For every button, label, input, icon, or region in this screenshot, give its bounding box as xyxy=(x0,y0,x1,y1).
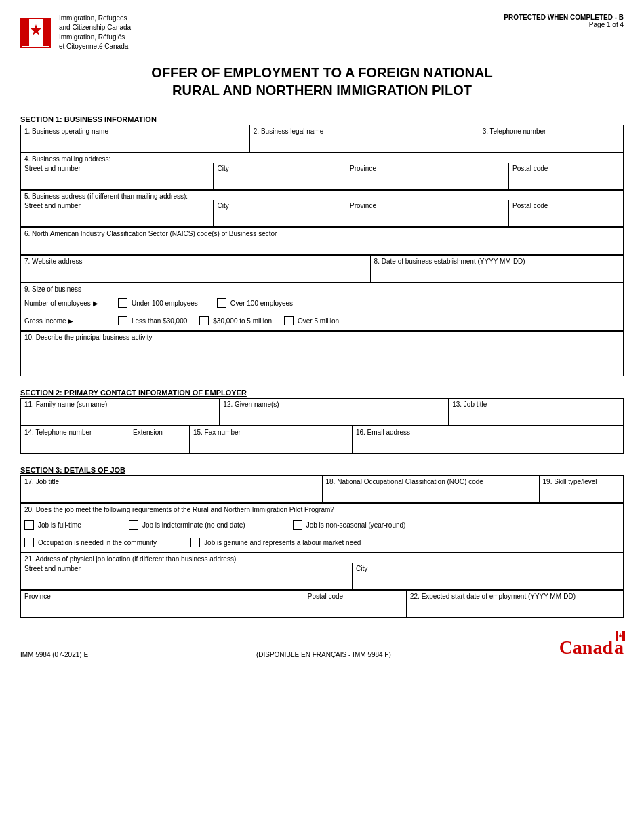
field-16-label: 16. Email address xyxy=(356,429,620,436)
field-4-province-input[interactable] xyxy=(350,172,505,187)
employees-opt1-label: Under 100 employees xyxy=(132,300,198,307)
field-8-input[interactable] xyxy=(374,265,620,280)
field-2-input[interactable] xyxy=(254,135,475,150)
s3-row2-table: 20. Does the job meet the following requ… xyxy=(20,503,624,553)
field-4-street-label: Street and number xyxy=(24,165,209,172)
field-10-input[interactable] xyxy=(24,341,620,374)
field-18-input[interactable] xyxy=(326,485,536,500)
field-7-input[interactable] xyxy=(24,265,367,280)
field-12-input[interactable] xyxy=(223,408,445,423)
gross-opt2-checkbox[interactable] xyxy=(199,316,209,325)
canada-wordmark: Canada xyxy=(559,637,624,658)
field-20-label: 20. Does the job meet the following requ… xyxy=(24,506,620,513)
section3: SECTION 3: DETAILS OF JOB 17. Job title … xyxy=(20,463,624,618)
field-5-postal-input[interactable] xyxy=(512,210,620,224)
s1-row6-table: 9. Size of business Number of employees … xyxy=(20,283,624,331)
gross-label: Gross income ▶ xyxy=(24,317,113,325)
field-4-city-label: City xyxy=(217,165,342,172)
employees-opt2-label: Over 100 employees xyxy=(230,300,293,307)
f20-opt5-checkbox[interactable] xyxy=(190,538,200,547)
field-4-city-input[interactable] xyxy=(217,172,342,187)
gross-opt3-row: Over 5 million xyxy=(284,316,339,325)
s3-row1-table: 17. Job title 18. National Occupational … xyxy=(20,475,624,503)
canada-a-with-flag: a xyxy=(614,637,624,658)
field-21-label: 21. Address of physical job location (if… xyxy=(24,555,620,563)
gross-opt1-row: Less than $30,000 xyxy=(118,316,187,325)
s1-row3-table: 5. Business address (if different than m… xyxy=(20,190,624,227)
field-21-province-label: Province xyxy=(24,593,300,600)
field-17-input[interactable] xyxy=(24,485,319,500)
field-2-cell: 2. Business legal name xyxy=(249,125,479,153)
f20-opt1-checkbox[interactable] xyxy=(24,520,34,530)
f20-opt4-checkbox[interactable] xyxy=(24,538,34,547)
gross-opt2-label: $30,000 to 5 million xyxy=(213,317,272,325)
field-21-city-input[interactable] xyxy=(356,572,620,587)
field-5-province-label: Province xyxy=(350,202,505,210)
field-15-input[interactable] xyxy=(193,436,348,451)
section1-title: SECTION 1: BUSINESS INFORMATION xyxy=(20,113,624,125)
field-3-input[interactable] xyxy=(483,135,620,150)
s3-row3-table: 21. Address of physical job location (if… xyxy=(20,553,624,590)
field-6-input[interactable] xyxy=(24,237,620,252)
canada-wordmark-text: Canad xyxy=(559,637,613,658)
field-4-header-cell: 4. Business mailing address: xyxy=(21,153,624,163)
field-5-street-label: Street and number xyxy=(24,202,209,210)
s3-row4-table: Province Postal code 22. Expected start … xyxy=(20,590,624,618)
f20-opt2-checkbox[interactable] xyxy=(129,520,138,530)
gross-opt3-checkbox[interactable] xyxy=(284,316,294,325)
field-15-label: 15. Fax number xyxy=(193,429,348,436)
field-5-header-cell: 5. Business address (if different than m… xyxy=(21,191,624,201)
field-21-street-input[interactable] xyxy=(24,572,348,587)
field-21-postal-label: Postal code xyxy=(308,593,403,600)
s1-row2-table: 4. Business mailing address: Street and … xyxy=(20,153,624,190)
field-4-postal-input[interactable] xyxy=(512,172,620,187)
employees-opt1-checkbox[interactable] xyxy=(118,298,127,308)
field-21-postal-cell: Postal code xyxy=(304,591,406,618)
field-5-province-input[interactable] xyxy=(350,210,505,224)
f20-opt3-checkbox[interactable] xyxy=(293,520,302,530)
f20-opt4-row: Occupation is needed in the community xyxy=(24,538,157,547)
f20-opt5-row: Job is genuine and represents a labour m… xyxy=(190,538,361,547)
logo-area: Immigration, Refugees and Citizenship Ca… xyxy=(20,14,131,52)
field-18-cell: 18. National Occupational Classification… xyxy=(322,476,539,503)
field-14-input[interactable] xyxy=(24,436,125,451)
field-13-input[interactable] xyxy=(452,408,620,423)
s1-row7-table: 10. Describe the principal business acti… xyxy=(20,331,624,376)
logo-text: Immigration, Refugees and Citizenship Ca… xyxy=(59,14,131,52)
field-7-cell: 7. Website address xyxy=(21,256,371,283)
field-21-city-label: City xyxy=(356,565,620,572)
employees-opt2-checkbox[interactable] xyxy=(217,298,226,308)
f20-opt5-label: Job is genuine and represents a labour m… xyxy=(204,539,361,547)
field-9-gross-row: Gross income ▶ Less than $30,000 $30,000… xyxy=(24,313,620,328)
field-16-input[interactable] xyxy=(356,436,620,451)
field-22-label: 22. Expected start date of employment (Y… xyxy=(410,593,620,600)
field-14-ext-input[interactable] xyxy=(133,436,186,451)
page-title-block: OFFER OF EMPLOYMENT TO A FOREIGN NATIONA… xyxy=(20,64,624,99)
field-17-cell: 17. Job title xyxy=(21,476,323,503)
field-11-input[interactable] xyxy=(24,408,216,423)
field-4-street-input[interactable] xyxy=(24,172,209,187)
field-20-cell: 20. Does the job meet the following requ… xyxy=(21,504,624,553)
field-4-province-label: Province xyxy=(350,165,505,172)
field-21-postal-input[interactable] xyxy=(308,600,403,615)
field-19-input[interactable] xyxy=(543,485,620,500)
field-16-cell: 16. Email address xyxy=(352,426,623,454)
gross-opt1-checkbox[interactable] xyxy=(118,316,127,325)
field-12-label: 12. Given name(s) xyxy=(223,401,445,408)
protected-label: PROTECTED WHEN COMPLETED - B xyxy=(504,14,624,21)
field-1-input[interactable] xyxy=(24,135,246,150)
header-right: PROTECTED WHEN COMPLETED - B Page 1 of 4 xyxy=(504,14,624,28)
field-9-employees-row: Number of employees ▶ Under 100 employee… xyxy=(24,296,620,311)
field-21-province-input[interactable] xyxy=(24,600,300,615)
field-3-cell: 3. Telephone number xyxy=(479,125,623,153)
field-14-ext-label: Extension xyxy=(133,429,186,436)
f20-opt2-row: Job is indeterminate (no end date) xyxy=(129,520,245,530)
field-18-label: 18. National Occupational Classification… xyxy=(326,478,536,485)
field-5-street-input[interactable] xyxy=(24,210,209,224)
field-4-province-cell: Province xyxy=(346,163,509,190)
field-5-city-input[interactable] xyxy=(217,210,342,224)
field-1-cell: 1. Business operating name xyxy=(21,125,250,153)
field-6-cell: 6. North American Industry Classificatio… xyxy=(21,228,624,255)
field-22-input[interactable] xyxy=(410,600,620,615)
field-5-postal-label: Postal code xyxy=(512,202,620,210)
